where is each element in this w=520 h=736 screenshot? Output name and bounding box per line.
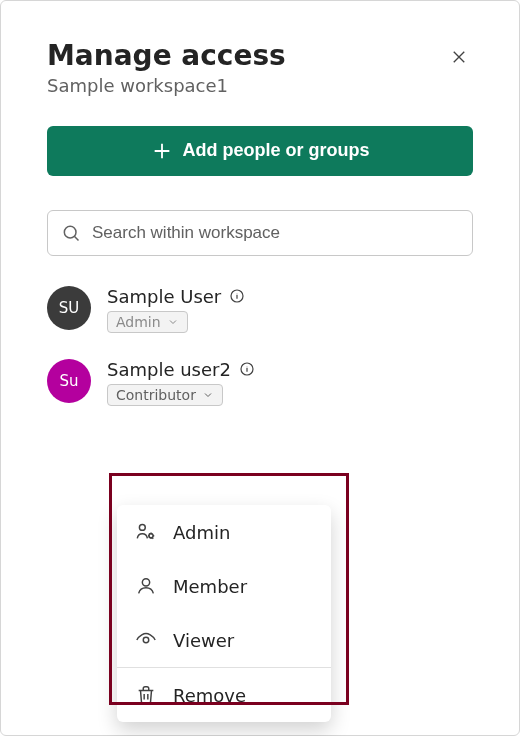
manage-access-panel: Manage access Sample workspace1 Add peop… (0, 0, 520, 736)
svg-point-5 (142, 579, 149, 586)
eye-icon (135, 629, 157, 651)
add-people-label: Add people or groups (183, 140, 370, 161)
search-field (47, 210, 473, 256)
panel-title: Manage access (47, 39, 473, 73)
search-icon (61, 223, 81, 243)
add-people-button[interactable]: Add people or groups (47, 126, 473, 176)
role-option-admin[interactable]: Admin (117, 505, 331, 559)
close-button[interactable] (445, 43, 473, 71)
user-name-line: Sample User (107, 286, 245, 307)
user-row: Su Sample user2 Contributor (47, 351, 473, 424)
role-option-member[interactable]: Member (117, 559, 331, 613)
user-name: Sample User (107, 286, 221, 307)
person-icon (135, 575, 157, 597)
svg-point-0 (64, 226, 76, 238)
role-option-viewer[interactable]: Viewer (117, 613, 331, 667)
user-row: SU Sample User Admin (47, 278, 473, 351)
role-option-label: Remove (173, 685, 246, 706)
avatar: Su (47, 359, 91, 403)
close-icon (450, 48, 468, 66)
user-name: Sample user2 (107, 359, 231, 380)
info-icon[interactable] (239, 361, 255, 377)
user-list: SU Sample User Admin Su Sample user2 (47, 278, 473, 424)
trash-icon (135, 684, 157, 706)
role-dropdown[interactable]: Admin Member Viewer Remove (117, 505, 331, 722)
chevron-down-icon (202, 389, 214, 401)
role-selector[interactable]: Admin (107, 311, 188, 333)
user-info: Sample User Admin (107, 286, 245, 333)
search-input[interactable] (47, 210, 473, 256)
panel-subtitle: Sample workspace1 (47, 75, 473, 96)
plus-icon (151, 140, 173, 162)
role-option-label: Viewer (173, 630, 234, 651)
svg-point-6 (143, 637, 149, 643)
role-option-remove[interactable]: Remove (117, 667, 331, 722)
avatar: SU (47, 286, 91, 330)
user-info: Sample user2 Contributor (107, 359, 255, 406)
chevron-down-icon (167, 316, 179, 328)
user-name-line: Sample user2 (107, 359, 255, 380)
role-label: Contributor (116, 387, 196, 403)
svg-point-3 (139, 524, 145, 530)
role-option-label: Admin (173, 522, 230, 543)
header: Manage access Sample workspace1 (47, 39, 473, 96)
role-option-label: Member (173, 576, 247, 597)
info-icon[interactable] (229, 288, 245, 304)
role-label: Admin (116, 314, 161, 330)
people-settings-icon (135, 521, 157, 543)
role-selector[interactable]: Contributor (107, 384, 223, 406)
